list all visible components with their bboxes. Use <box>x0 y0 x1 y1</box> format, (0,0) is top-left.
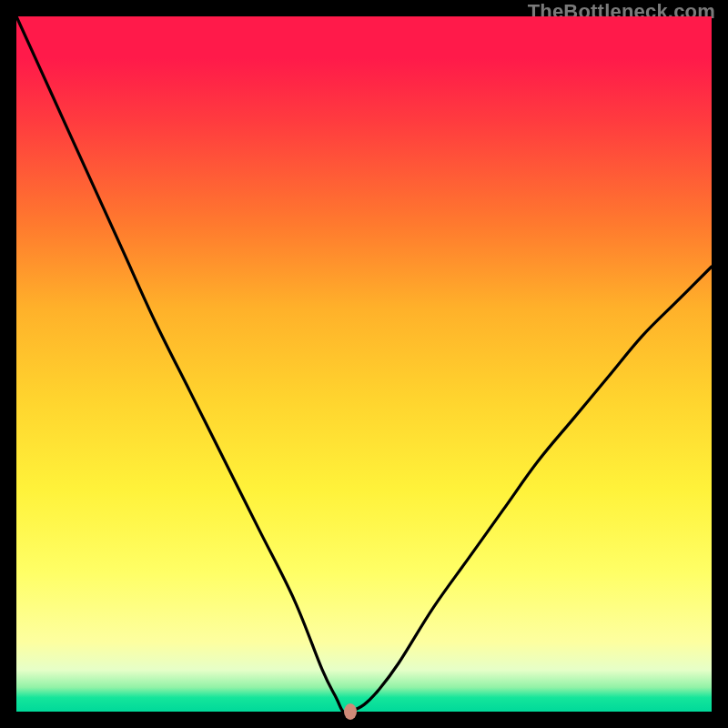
bottleneck-curve <box>16 16 712 713</box>
curve-svg <box>16 16 712 712</box>
chart-frame <box>16 16 712 712</box>
chart-container: TheBottleneck.com <box>0 0 728 728</box>
optimum-marker-icon <box>344 703 357 720</box>
